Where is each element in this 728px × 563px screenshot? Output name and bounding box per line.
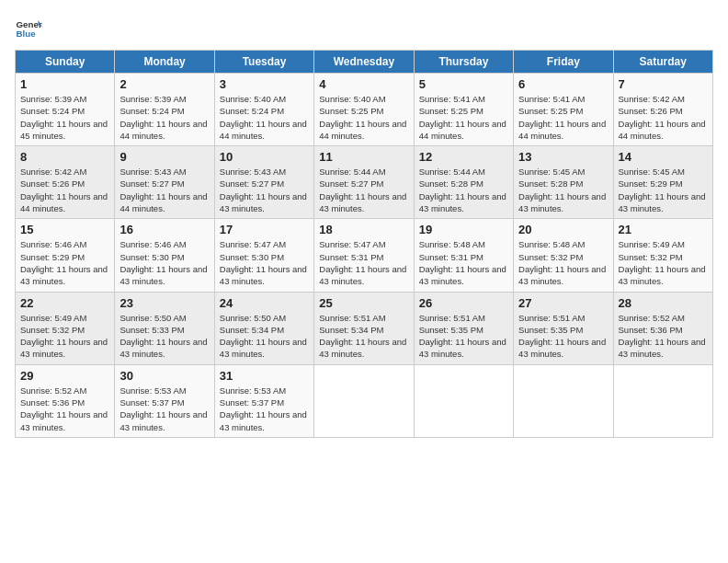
- calendar-cell: 13 Sunrise: 5:45 AM Sunset: 5:28 PM Dayl…: [514, 146, 613, 219]
- day-detail: Sunrise: 5:51 AM Sunset: 5:35 PM Dayligh…: [419, 312, 508, 361]
- day-detail: Sunrise: 5:52 AM Sunset: 5:36 PM Dayligh…: [20, 385, 109, 433]
- day-number: 6: [518, 77, 608, 91]
- day-detail: Sunrise: 5:43 AM Sunset: 5:27 PM Dayligh…: [220, 166, 309, 214]
- day-number: 27: [518, 296, 608, 310]
- day-number: 8: [20, 150, 109, 164]
- day-number: 3: [220, 77, 309, 91]
- day-detail: Sunrise: 5:46 AM Sunset: 5:29 PM Dayligh…: [20, 238, 109, 287]
- calendar-cell: 24 Sunrise: 5:50 AM Sunset: 5:34 PM Dayl…: [214, 292, 313, 364]
- calendar-cell: 6 Sunrise: 5:41 AM Sunset: 5:25 PM Dayli…: [514, 74, 613, 146]
- calendar-cell: 22 Sunrise: 5:49 AM Sunset: 5:32 PM Dayl…: [16, 292, 115, 364]
- weekday-header-sunday: Sunday: [16, 51, 115, 74]
- day-number: 12: [419, 150, 508, 164]
- calendar-cell: 29 Sunrise: 5:52 AM Sunset: 5:36 PM Dayl…: [16, 364, 115, 437]
- calendar-cell: 23 Sunrise: 5:50 AM Sunset: 5:33 PM Dayl…: [115, 292, 214, 364]
- day-number: 21: [619, 223, 708, 236]
- calendar-cell: 3 Sunrise: 5:40 AM Sunset: 5:24 PM Dayli…: [214, 74, 313, 146]
- day-detail: Sunrise: 5:53 AM Sunset: 5:37 PM Dayligh…: [220, 385, 309, 433]
- day-number: 26: [419, 296, 508, 310]
- day-number: 11: [319, 150, 408, 164]
- day-detail: Sunrise: 5:48 AM Sunset: 5:32 PM Dayligh…: [518, 238, 608, 287]
- day-number: 25: [319, 296, 408, 310]
- calendar-cell: [314, 364, 414, 437]
- calendar-cell: 8 Sunrise: 5:42 AM Sunset: 5:26 PM Dayli…: [16, 146, 115, 219]
- day-number: 17: [220, 223, 309, 236]
- calendar-cell: 15 Sunrise: 5:46 AM Sunset: 5:29 PM Dayl…: [16, 219, 115, 292]
- calendar-cell: 12 Sunrise: 5:44 AM Sunset: 5:28 PM Dayl…: [414, 146, 513, 219]
- day-detail: Sunrise: 5:47 AM Sunset: 5:30 PM Dayligh…: [220, 238, 309, 287]
- calendar-cell: 30 Sunrise: 5:53 AM Sunset: 5:37 PM Dayl…: [115, 364, 214, 437]
- calendar-cell: 9 Sunrise: 5:43 AM Sunset: 5:27 PM Dayli…: [115, 146, 214, 219]
- calendar-cell: 28 Sunrise: 5:52 AM Sunset: 5:36 PM Dayl…: [613, 292, 712, 364]
- day-detail: Sunrise: 5:40 AM Sunset: 5:25 PM Dayligh…: [319, 93, 408, 142]
- calendar-cell: 10 Sunrise: 5:43 AM Sunset: 5:27 PM Dayl…: [214, 146, 313, 219]
- svg-text:Blue: Blue: [17, 29, 37, 39]
- day-detail: Sunrise: 5:45 AM Sunset: 5:28 PM Dayligh…: [518, 166, 608, 214]
- day-number: 13: [518, 150, 608, 164]
- calendar-cell: 14 Sunrise: 5:45 AM Sunset: 5:29 PM Dayl…: [613, 146, 712, 219]
- day-detail: Sunrise: 5:44 AM Sunset: 5:27 PM Dayligh…: [319, 166, 408, 214]
- calendar-cell: 20 Sunrise: 5:48 AM Sunset: 5:32 PM Dayl…: [514, 219, 613, 292]
- day-number: 7: [619, 77, 708, 91]
- calendar-cell: 19 Sunrise: 5:48 AM Sunset: 5:31 PM Dayl…: [414, 219, 513, 292]
- day-detail: Sunrise: 5:49 AM Sunset: 5:32 PM Dayligh…: [20, 312, 109, 361]
- day-detail: Sunrise: 5:53 AM Sunset: 5:37 PM Dayligh…: [119, 385, 209, 433]
- day-detail: Sunrise: 5:39 AM Sunset: 5:24 PM Dayligh…: [20, 93, 109, 142]
- day-detail: Sunrise: 5:42 AM Sunset: 5:26 PM Dayligh…: [619, 93, 708, 142]
- calendar-cell: 7 Sunrise: 5:42 AM Sunset: 5:26 PM Dayli…: [613, 74, 712, 146]
- weekday-header-tuesday: Tuesday: [214, 51, 313, 74]
- day-number: 2: [119, 77, 209, 91]
- day-number: 31: [220, 369, 309, 383]
- day-detail: Sunrise: 5:44 AM Sunset: 5:28 PM Dayligh…: [419, 166, 508, 214]
- day-detail: Sunrise: 5:45 AM Sunset: 5:29 PM Dayligh…: [619, 166, 708, 214]
- calendar-cell: 11 Sunrise: 5:44 AM Sunset: 5:27 PM Dayl…: [314, 146, 414, 219]
- day-number: 24: [220, 296, 309, 310]
- day-detail: Sunrise: 5:51 AM Sunset: 5:34 PM Dayligh…: [319, 312, 408, 361]
- day-detail: Sunrise: 5:41 AM Sunset: 5:25 PM Dayligh…: [518, 93, 608, 142]
- day-number: 28: [619, 296, 708, 310]
- day-number: 15: [20, 223, 109, 236]
- calendar-cell: 2 Sunrise: 5:39 AM Sunset: 5:24 PM Dayli…: [115, 74, 214, 146]
- header: General Blue: [15, 15, 713, 42]
- day-number: 30: [119, 369, 209, 383]
- calendar-cell: 17 Sunrise: 5:47 AM Sunset: 5:30 PM Dayl…: [214, 219, 313, 292]
- weekday-header-thursday: Thursday: [414, 51, 513, 74]
- calendar-cell: 16 Sunrise: 5:46 AM Sunset: 5:30 PM Dayl…: [115, 219, 214, 292]
- calendar-cell: 27 Sunrise: 5:51 AM Sunset: 5:35 PM Dayl…: [514, 292, 613, 364]
- day-number: 1: [20, 77, 109, 91]
- weekday-header-wednesday: Wednesday: [314, 51, 414, 74]
- day-detail: Sunrise: 5:41 AM Sunset: 5:25 PM Dayligh…: [419, 93, 508, 142]
- day-detail: Sunrise: 5:48 AM Sunset: 5:31 PM Dayligh…: [419, 238, 508, 287]
- day-number: 29: [20, 369, 109, 383]
- day-detail: Sunrise: 5:46 AM Sunset: 5:30 PM Dayligh…: [119, 238, 209, 287]
- day-number: 9: [119, 150, 209, 164]
- day-number: 23: [119, 296, 209, 310]
- day-detail: Sunrise: 5:51 AM Sunset: 5:35 PM Dayligh…: [518, 312, 608, 361]
- calendar-cell: [414, 364, 513, 437]
- day-number: 14: [619, 150, 708, 164]
- day-detail: Sunrise: 5:40 AM Sunset: 5:24 PM Dayligh…: [220, 93, 309, 142]
- day-number: 16: [119, 223, 209, 236]
- day-detail: Sunrise: 5:50 AM Sunset: 5:34 PM Dayligh…: [220, 312, 309, 361]
- day-detail: Sunrise: 5:50 AM Sunset: 5:33 PM Dayligh…: [119, 312, 209, 361]
- day-number: 10: [220, 150, 309, 164]
- day-number: 22: [20, 296, 109, 310]
- day-number: 4: [319, 77, 408, 91]
- calendar-cell: 4 Sunrise: 5:40 AM Sunset: 5:25 PM Dayli…: [314, 74, 414, 146]
- day-detail: Sunrise: 5:42 AM Sunset: 5:26 PM Dayligh…: [20, 166, 109, 214]
- calendar-cell: 18 Sunrise: 5:47 AM Sunset: 5:31 PM Dayl…: [314, 219, 414, 292]
- day-detail: Sunrise: 5:52 AM Sunset: 5:36 PM Dayligh…: [619, 312, 708, 361]
- calendar-cell: [613, 364, 712, 437]
- calendar-cell: 26 Sunrise: 5:51 AM Sunset: 5:35 PM Dayl…: [414, 292, 513, 364]
- calendar-cell: 31 Sunrise: 5:53 AM Sunset: 5:37 PM Dayl…: [214, 364, 313, 437]
- calendar-cell: 1 Sunrise: 5:39 AM Sunset: 5:24 PM Dayli…: [16, 74, 115, 146]
- calendar-cell: [514, 364, 613, 437]
- day-number: 20: [518, 223, 608, 236]
- logo-icon: General Blue: [15, 15, 42, 42]
- calendar-cell: 25 Sunrise: 5:51 AM Sunset: 5:34 PM Dayl…: [314, 292, 414, 364]
- day-number: 5: [419, 77, 508, 91]
- day-detail: Sunrise: 5:39 AM Sunset: 5:24 PM Dayligh…: [119, 93, 209, 142]
- day-number: 19: [419, 223, 508, 236]
- weekday-header-monday: Monday: [115, 51, 214, 74]
- day-detail: Sunrise: 5:49 AM Sunset: 5:32 PM Dayligh…: [619, 238, 708, 287]
